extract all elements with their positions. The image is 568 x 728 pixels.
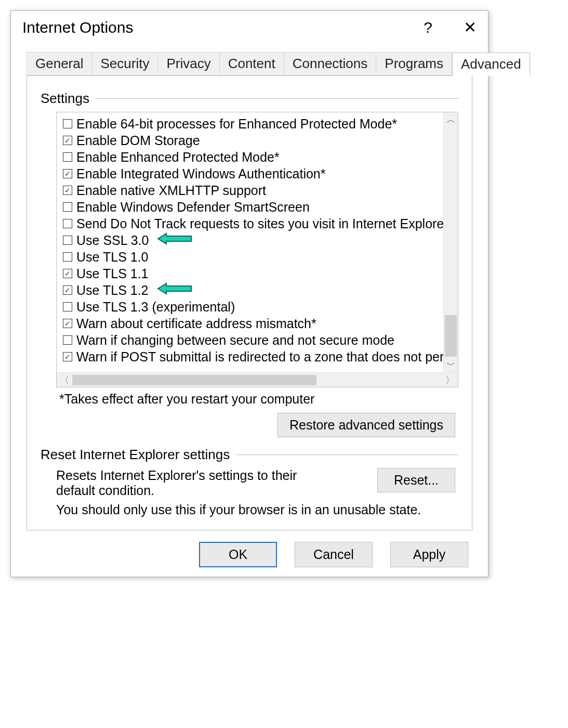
setting-item[interactable]: Send Do Not Track requests to sites you … (63, 215, 455, 232)
setting-item-label: Warn if POST submittal is redirected to … (76, 348, 444, 365)
tab-security[interactable]: Security (93, 52, 158, 75)
setting-item-label: Enable Windows Defender SmartScreen (76, 199, 310, 215)
annotation-arrow-icon (157, 282, 193, 298)
setting-item-label: Warn about certificate address mismatch* (76, 315, 316, 332)
reset-description: Resets Internet Explorer's settings to t… (56, 468, 337, 498)
checkbox-icon[interactable] (63, 335, 72, 345)
horizontal-scrollbar[interactable]: 〈 〉 (57, 372, 458, 387)
setting-item-label: Enable Enhanced Protected Mode* (76, 149, 280, 165)
help-icon[interactable]: ? (424, 19, 432, 36)
cancel-button[interactable]: Cancel (295, 542, 373, 567)
close-icon[interactable]: ✕ (464, 18, 477, 36)
setting-item-label: Send Do Not Track requests to sites you … (76, 215, 444, 232)
tab-privacy[interactable]: Privacy (158, 52, 219, 75)
setting-item-label: Use TLS 1.2 (76, 282, 149, 298)
tab-general[interactable]: General (27, 52, 93, 75)
restore-advanced-settings-button[interactable]: Restore advanced settings (278, 413, 455, 437)
checkbox-icon[interactable]: ✓ (63, 169, 72, 178)
svg-marker-1 (158, 283, 191, 294)
setting-item[interactable]: ✓Use TLS 1.1 (63, 265, 455, 282)
window-title: Internet Options (22, 19, 133, 36)
setting-item-label: Use TLS 1.3 (experimental) (76, 298, 235, 315)
checkbox-icon[interactable]: ✓ (63, 186, 72, 195)
reset-warning: You should only use this if your browser… (56, 502, 455, 517)
setting-item[interactable]: ✓Warn about certificate address mismatch… (63, 315, 455, 332)
settings-listbox[interactable]: Enable 64-bit processes for Enhanced Pro… (56, 112, 458, 387)
setting-item[interactable]: ✓Enable native XMLHTTP support (63, 182, 455, 199)
setting-item-label: Enable Integrated Windows Authentication… (76, 165, 325, 182)
setting-item[interactable]: Enable Windows Defender SmartScreen (63, 199, 455, 215)
checkbox-icon[interactable]: ✓ (63, 269, 72, 278)
checkbox-icon[interactable] (63, 236, 72, 245)
ok-button[interactable]: OK (199, 542, 277, 567)
scroll-up-icon[interactable]: ︿ (444, 112, 458, 127)
checkbox-icon[interactable]: ✓ (63, 352, 72, 361)
tab-content[interactable]: Content (220, 52, 284, 75)
setting-item[interactable]: Warn if changing between secure and not … (63, 332, 455, 348)
setting-item-label: Warn if changing between secure and not … (76, 332, 394, 348)
setting-item[interactable]: ✓Warn if POST submittal is redirected to… (63, 348, 455, 365)
checkbox-icon[interactable]: ✓ (63, 136, 72, 145)
tab-programs[interactable]: Programs (376, 52, 452, 75)
scroll-left-icon[interactable]: 〈 (60, 374, 69, 386)
scroll-right-icon[interactable]: 〉 (445, 374, 455, 386)
checkbox-icon[interactable] (63, 252, 72, 262)
setting-item-label: Enable native XMLHTTP support (76, 182, 266, 199)
settings-group-label: Settings (41, 90, 89, 107)
checkbox-icon[interactable] (63, 202, 72, 212)
svg-marker-0 (158, 233, 191, 244)
checkbox-icon[interactable] (63, 302, 72, 311)
apply-button[interactable]: Apply (390, 542, 468, 567)
setting-item[interactable]: Use SSL 3.0 (63, 232, 455, 249)
internet-options-dialog: Internet Options ? ✕ GeneralSecurityPriv… (10, 10, 488, 577)
tab-body-advanced: Settings Enable 64-bit processes for Enh… (27, 75, 472, 530)
annotation-arrow-icon (157, 232, 193, 249)
reset-button[interactable]: Reset... (377, 468, 455, 492)
setting-item[interactable]: Enable 64-bit processes for Enhanced Pro… (63, 115, 455, 132)
setting-item[interactable]: ✓Enable Integrated Windows Authenticatio… (63, 165, 455, 182)
checkbox-icon[interactable]: ✓ (63, 319, 72, 328)
vertical-scrollbar[interactable]: ︿ ﹀ (443, 112, 458, 372)
checkbox-icon[interactable] (63, 119, 72, 128)
setting-item-label: Enable DOM Storage (76, 132, 200, 149)
setting-item[interactable]: Use TLS 1.3 (experimental) (63, 298, 455, 315)
checkbox-icon[interactable] (63, 219, 72, 228)
scroll-thumb[interactable] (445, 315, 457, 357)
tab-advanced[interactable]: Advanced (452, 53, 530, 76)
reset-group-label: Reset Internet Explorer settings (41, 447, 230, 463)
tabstrip: GeneralSecurityPrivacyContentConnections… (27, 52, 472, 75)
setting-item[interactable]: ✓Use TLS 1.2 (63, 282, 455, 298)
titlebar: Internet Options ? ✕ (11, 11, 488, 43)
setting-item-label: Enable 64-bit processes for Enhanced Pro… (76, 115, 397, 132)
tab-connections[interactable]: Connections (284, 52, 377, 75)
hscroll-thumb[interactable] (72, 375, 316, 385)
restart-note: *Takes effect after you restart your com… (59, 392, 458, 407)
setting-item-label: Use SSL 3.0 (76, 232, 149, 249)
setting-item-label: Use TLS 1.0 (76, 249, 149, 265)
checkbox-icon[interactable]: ✓ (63, 285, 72, 295)
scroll-down-icon[interactable]: ﹀ (444, 358, 458, 372)
setting-item-label: Use TLS 1.1 (76, 265, 149, 282)
setting-item[interactable]: ✓Enable DOM Storage (63, 132, 455, 149)
dialog-button-row: OK Cancel Apply (11, 530, 488, 567)
checkbox-icon[interactable] (63, 152, 72, 162)
setting-item[interactable]: Use TLS 1.0 (63, 249, 455, 265)
setting-item[interactable]: Enable Enhanced Protected Mode* (63, 149, 455, 165)
